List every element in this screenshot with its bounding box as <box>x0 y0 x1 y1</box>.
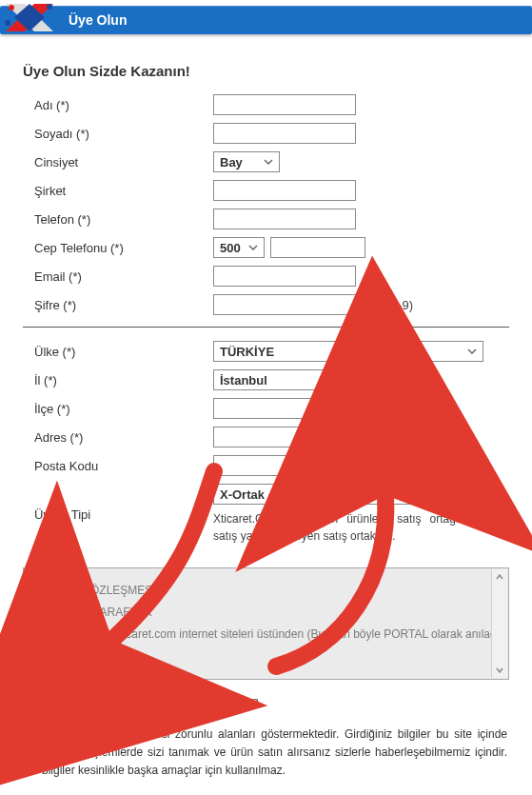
agree-checkbox[interactable] <box>32 693 48 708</box>
scroll-up-icon[interactable] <box>492 569 508 585</box>
last-name-input[interactable] <box>213 123 356 144</box>
page-header: Üye Olun <box>0 6 532 34</box>
chevron-down-icon <box>467 348 477 354</box>
label-postal: Posta Kodu <box>23 459 213 473</box>
terms-heading: ÜYELİK SÖZLEŞMESİ <box>39 580 493 602</box>
chevron-down-icon <box>321 377 330 383</box>
country-select-value: TÜRKİYE <box>220 345 274 359</box>
district-input[interactable] <box>213 398 356 419</box>
label-mobile: Cep Telefonu (*) <box>23 241 213 255</box>
agree-label: Sözleşmeyi Okudum ve Onaylıyorum <box>55 694 259 708</box>
terms-box: ÜYELİK SÖZLEŞMESİ Madde 1 - TARAFLAR A-B… <box>23 567 509 680</box>
chevron-down-icon <box>264 159 273 165</box>
label-province: İl (*) <box>23 373 213 388</box>
gender-select-value: Bay <box>220 155 243 169</box>
password-input[interactable] <box>213 294 356 315</box>
company-input[interactable] <box>213 180 356 201</box>
label-password: Şifre (*) <box>23 298 213 312</box>
label-address: Adres (*) <box>23 430 213 445</box>
page-title: Üye Olun Sizde Kazanın! <box>23 63 509 79</box>
address-input[interactable] <box>213 427 356 447</box>
province-select-value: İstanbul <box>220 373 267 388</box>
terms-content[interactable]: ÜYELİK SÖZLEŞMESİ Madde 1 - TARAFLAR A-B… <box>24 568 508 654</box>
mobile-prefix-value: 500 <box>220 241 241 255</box>
terms-line-2: A-Bir tarafta …xticaret.com internet sit… <box>39 624 493 646</box>
label-last-name: Soyadı (*) <box>23 127 213 141</box>
label-email: Email (*) <box>23 269 213 284</box>
label-country: Ülke (*) <box>23 345 213 359</box>
label-company: Şirket <box>23 184 213 198</box>
first-name-input[interactable] <box>213 94 356 115</box>
mobile-prefix-select[interactable]: 500 <box>213 237 265 258</box>
country-select[interactable]: TÜRKİYE <box>213 341 483 362</box>
label-gender: Cinsiyet <box>23 155 213 169</box>
membership-type-desc: Xticaret.Com üzerinden ürünlere satış or… <box>213 510 499 545</box>
phone-input[interactable] <box>213 209 356 229</box>
scroll-down-icon[interactable] <box>492 663 508 678</box>
label-district: İlçe (*) <box>23 402 213 416</box>
membership-type-value: X-Ortak - Standart Satış Ortaklığı (Affi… <box>220 487 469 502</box>
label-membership-type: Üyelik Tipi <box>23 507 213 522</box>
membership-type-select[interactable]: X-Ortak - Standart Satış Ortaklığı (Affi… <box>213 484 499 505</box>
scrollbar[interactable] <box>491 569 507 678</box>
label-phone: Telefon (*) <box>23 212 213 227</box>
chevron-down-icon <box>248 245 258 250</box>
chevron-down-icon <box>483 491 492 497</box>
label-first-name: Adı (*) <box>23 98 213 112</box>
header-title: Üye Olun <box>69 12 127 28</box>
postal-input[interactable] <box>213 455 356 476</box>
mobile-number-input[interactable] <box>270 237 365 258</box>
required-note: Not: (*) Üyelik için girilmesi zorunlu a… <box>23 722 509 785</box>
email-input[interactable] <box>213 266 356 287</box>
gender-select[interactable]: Bay <box>213 151 280 172</box>
province-select[interactable]: İstanbul <box>213 369 337 390</box>
divider <box>23 327 509 328</box>
terms-line-1: Madde 1 - TARAFLAR <box>39 602 493 624</box>
password-hint: (A-Z 0-9) <box>364 298 413 312</box>
